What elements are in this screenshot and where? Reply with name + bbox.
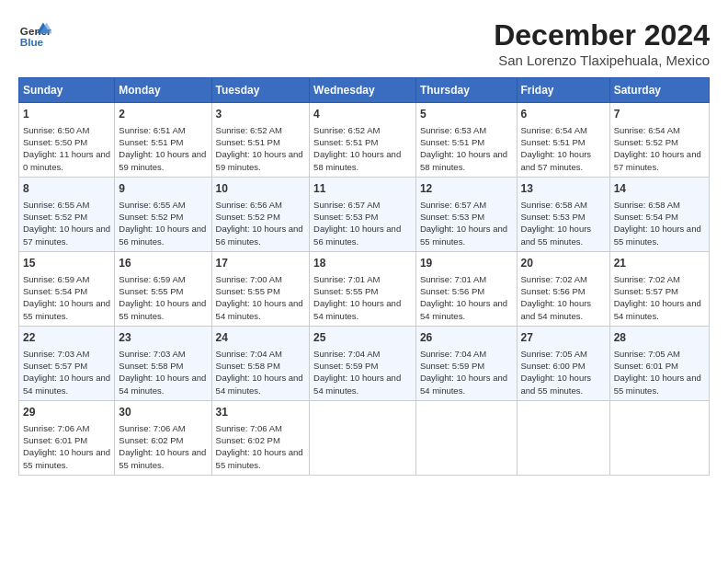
calendar-cell: 16Sunrise: 6:59 AMSunset: 5:55 PMDayligh… <box>115 251 211 326</box>
calendar-cell: 19Sunrise: 7:01 AMSunset: 5:56 PMDayligh… <box>415 251 517 326</box>
sunrise-text: Sunrise: 6:56 AM <box>216 200 282 210</box>
sunset-text: Sunset: 5:59 PM <box>420 361 484 371</box>
day-number: 11 <box>313 181 412 197</box>
daylight-label: Daylight: 10 hours and 55 minutes. <box>521 373 592 395</box>
sunrise-text: Sunrise: 7:06 AM <box>119 423 185 433</box>
daylight-label: Daylight: 10 hours and 54 minutes. <box>216 298 303 320</box>
calendar-cell: 14Sunrise: 6:58 AMSunset: 5:54 PMDayligh… <box>609 177 709 251</box>
daylight-label: Daylight: 10 hours and 54 minutes. <box>420 373 507 395</box>
page-header: General Blue December 2024 San Lorenzo T… <box>18 18 710 68</box>
calendar-cell: 4Sunrise: 6:52 AMSunset: 5:51 PMDaylight… <box>310 103 416 178</box>
sunset-text: Sunset: 5:55 PM <box>119 286 183 296</box>
sunset-text: Sunset: 5:57 PM <box>614 286 678 296</box>
sunset-text: Sunset: 5:52 PM <box>119 212 183 222</box>
sunrise-text: Sunrise: 7:00 AM <box>216 274 282 284</box>
sunrise-text: Sunrise: 7:05 AM <box>614 349 680 359</box>
daylight-label: Daylight: 10 hours and 55 minutes. <box>119 298 206 320</box>
sunrise-text: Sunrise: 7:03 AM <box>23 349 89 359</box>
day-header-thursday: Thursday <box>415 78 517 103</box>
sunrise-text: Sunrise: 7:04 AM <box>216 349 282 359</box>
calendar-cell: 31Sunrise: 7:06 AMSunset: 6:02 PMDayligh… <box>211 400 310 475</box>
daylight-label: Daylight: 10 hours and 55 minutes. <box>521 224 592 246</box>
calendar-cell: 5Sunrise: 6:53 AMSunset: 5:51 PMDaylight… <box>415 103 517 178</box>
calendar-cell <box>310 400 416 475</box>
sunrise-text: Sunrise: 6:50 AM <box>23 125 89 135</box>
sunrise-text: Sunrise: 6:59 AM <box>23 274 89 284</box>
subtitle: San Lorenzo Tlaxipehuala, Mexico <box>494 52 710 68</box>
day-number: 22 <box>23 330 110 346</box>
daylight-label: Daylight: 10 hours and 54 minutes. <box>420 298 507 320</box>
daylight-label: Daylight: 10 hours and 55 minutes. <box>119 447 206 469</box>
day-number: 30 <box>119 405 207 420</box>
daylight-label: Daylight: 10 hours and 59 minutes. <box>216 149 303 171</box>
sunset-text: Sunset: 5:51 PM <box>420 137 484 147</box>
calendar-cell: 22Sunrise: 7:03 AMSunset: 5:57 PMDayligh… <box>19 326 115 400</box>
sunrise-text: Sunrise: 7:03 AM <box>119 349 185 359</box>
sunset-text: Sunset: 5:53 PM <box>313 212 378 222</box>
sunrise-text: Sunrise: 6:57 AM <box>313 200 380 210</box>
sunset-text: Sunset: 5:52 PM <box>216 212 280 222</box>
calendar-cell: 21Sunrise: 7:02 AMSunset: 5:57 PMDayligh… <box>609 251 709 326</box>
sunset-text: Sunset: 6:02 PM <box>216 435 280 445</box>
week-row-2: 8Sunrise: 6:55 AMSunset: 5:52 PMDaylight… <box>19 177 710 251</box>
daylight-label: Daylight: 10 hours and 57 minutes. <box>521 149 592 171</box>
sunrise-text: Sunrise: 6:53 AM <box>420 125 486 135</box>
daylight-label: Daylight: 10 hours and 58 minutes. <box>313 149 401 171</box>
day-number: 29 <box>23 405 110 420</box>
daylight-label: Daylight: 11 hours and 0 minutes. <box>23 149 110 171</box>
sunset-text: Sunset: 6:01 PM <box>23 435 87 445</box>
day-number: 16 <box>119 256 207 271</box>
day-header-wednesday: Wednesday <box>310 78 416 103</box>
calendar-cell: 28Sunrise: 7:05 AMSunset: 6:01 PMDayligh… <box>609 326 709 400</box>
day-number: 17 <box>216 256 306 271</box>
day-number: 26 <box>420 330 513 346</box>
sunset-text: Sunset: 5:54 PM <box>614 212 678 222</box>
sunset-text: Sunset: 5:58 PM <box>119 361 183 371</box>
day-number: 14 <box>614 181 705 197</box>
sunrise-text: Sunrise: 7:06 AM <box>23 423 89 433</box>
sunrise-text: Sunrise: 6:54 AM <box>521 125 587 135</box>
day-number: 3 <box>216 107 306 122</box>
sunset-text: Sunset: 6:00 PM <box>521 361 586 371</box>
day-number: 12 <box>420 181 513 197</box>
daylight-label: Daylight: 10 hours and 54 minutes. <box>119 373 206 395</box>
calendar-cell: 6Sunrise: 6:54 AMSunset: 5:51 PMDaylight… <box>517 103 609 178</box>
daylight-label: Daylight: 10 hours and 55 minutes. <box>614 373 701 395</box>
daylight-label: Daylight: 10 hours and 54 minutes. <box>23 373 110 395</box>
day-number: 18 <box>313 256 412 271</box>
calendar-cell: 25Sunrise: 7:04 AMSunset: 5:59 PMDayligh… <box>310 326 416 400</box>
day-number: 13 <box>521 181 606 197</box>
calendar-cell: 12Sunrise: 6:57 AMSunset: 5:53 PMDayligh… <box>415 177 517 251</box>
daylight-label: Daylight: 10 hours and 55 minutes. <box>23 298 110 320</box>
sunset-text: Sunset: 5:55 PM <box>313 286 378 296</box>
day-number: 23 <box>119 330 207 346</box>
day-header-saturday: Saturday <box>609 78 709 103</box>
day-number: 15 <box>23 256 110 271</box>
sunrise-text: Sunrise: 6:57 AM <box>420 200 486 210</box>
daylight-label: Daylight: 10 hours and 56 minutes. <box>313 224 401 246</box>
week-row-3: 15Sunrise: 6:59 AMSunset: 5:54 PMDayligh… <box>19 251 710 326</box>
sunset-text: Sunset: 5:57 PM <box>23 361 87 371</box>
sunrise-text: Sunrise: 7:02 AM <box>521 274 587 284</box>
sunset-text: Sunset: 5:52 PM <box>23 212 87 222</box>
sunrise-text: Sunrise: 6:59 AM <box>119 274 185 284</box>
week-row-1: 1Sunrise: 6:50 AMSunset: 5:50 PMDaylight… <box>19 103 710 178</box>
daylight-label: Daylight: 10 hours and 59 minutes. <box>119 149 206 171</box>
calendar-table: SundayMondayTuesdayWednesdayThursdayFrid… <box>18 77 710 476</box>
sunset-text: Sunset: 5:53 PM <box>420 212 484 222</box>
calendar-cell: 13Sunrise: 6:58 AMSunset: 5:53 PMDayligh… <box>517 177 609 251</box>
sunrise-text: Sunrise: 6:51 AM <box>119 125 185 135</box>
daylight-label: Daylight: 10 hours and 54 minutes. <box>521 298 592 320</box>
calendar-cell: 3Sunrise: 6:52 AMSunset: 5:51 PMDaylight… <box>211 103 310 178</box>
calendar-cell: 24Sunrise: 7:04 AMSunset: 5:58 PMDayligh… <box>211 326 310 400</box>
sunset-text: Sunset: 5:56 PM <box>420 286 484 296</box>
calendar-cell: 20Sunrise: 7:02 AMSunset: 5:56 PMDayligh… <box>517 251 609 326</box>
sunset-text: Sunset: 5:51 PM <box>216 137 280 147</box>
daylight-label: Daylight: 10 hours and 54 minutes. <box>313 298 401 320</box>
sunrise-text: Sunrise: 7:01 AM <box>313 274 380 284</box>
daylight-label: Daylight: 10 hours and 56 minutes. <box>216 224 303 246</box>
day-number: 5 <box>420 107 513 122</box>
day-number: 21 <box>614 256 705 271</box>
daylight-label: Daylight: 10 hours and 57 minutes. <box>614 149 701 171</box>
sunset-text: Sunset: 5:53 PM <box>521 212 586 222</box>
